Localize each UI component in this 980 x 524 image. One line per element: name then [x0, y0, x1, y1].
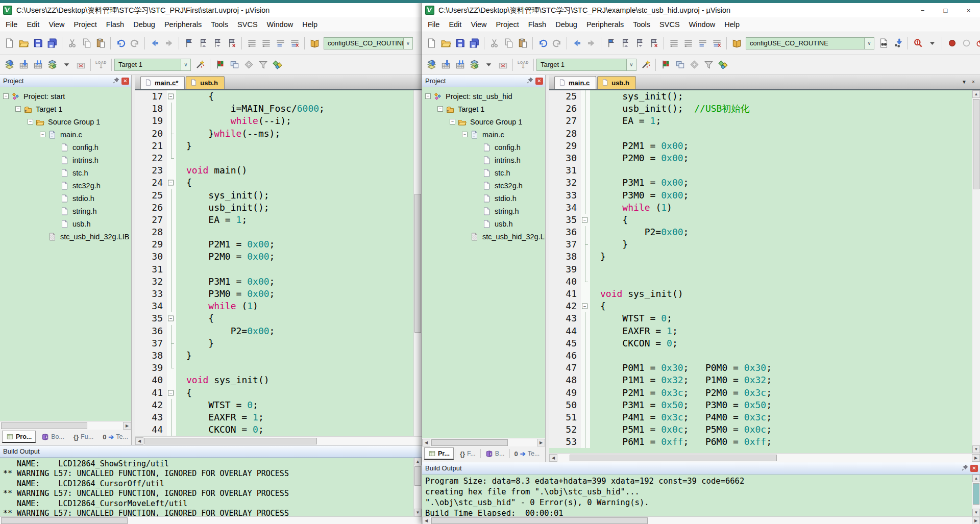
target-options-wand-icon[interactable] [639, 58, 653, 71]
collapse-expander-icon[interactable]: − [3, 93, 9, 99]
redo-icon[interactable] [550, 37, 564, 50]
target-select-combo[interactable]: Target 1 ∨ [536, 59, 636, 71]
panel-tab-te[interactable]: 0➔Te... [99, 431, 132, 443]
navigate-forward-icon[interactable] [162, 37, 176, 50]
batch-build-icon[interactable] [45, 58, 59, 71]
indent-icon[interactable] [667, 37, 681, 50]
fold-collapse-icon[interactable]: − [168, 390, 174, 395]
undo-icon[interactable] [113, 37, 128, 50]
tree-item[interactable]: stc.h [0, 166, 131, 179]
panel-splitter[interactable] [132, 75, 135, 445]
function-filter-icon[interactable] [256, 58, 270, 71]
collapse-expander-icon[interactable]: − [425, 93, 431, 99]
fold-collapse-icon[interactable]: − [582, 217, 587, 222]
copy-icon[interactable] [79, 37, 93, 50]
debug-windows-icon[interactable] [673, 58, 687, 71]
scroll-right-icon[interactable]: ▶ [123, 422, 131, 430]
collapse-expander-icon[interactable]: − [15, 106, 21, 112]
menu-peripherals[interactable]: Peripherals [582, 17, 628, 32]
scroll-down-icon[interactable]: ▼ [414, 509, 422, 516]
menu-view[interactable]: View [466, 17, 491, 32]
find-in-files-icon[interactable] [876, 37, 891, 50]
build-icon[interactable] [438, 58, 453, 71]
collapse-expander-icon[interactable]: − [462, 132, 468, 137]
menu-view[interactable]: View [44, 17, 69, 32]
target-select-combo[interactable]: Target 1 ∨ [114, 59, 191, 71]
load-button[interactable]: LOAD⇓ [516, 58, 531, 72]
tree-item[interactable]: stc.h [422, 166, 545, 179]
close-button[interactable]: × [957, 4, 980, 17]
build-output-log[interactable]: NAME: LCD12864_ShowString/util** WARNING… [0, 458, 413, 516]
close-icon[interactable]: ✕ [535, 78, 543, 85]
menu-file[interactable]: File [1, 17, 22, 32]
menu-tools[interactable]: Tools [206, 17, 233, 32]
cut-icon[interactable] [65, 37, 79, 50]
uncomment-selection-icon[interactable] [709, 37, 724, 50]
project-panel-hscrollbar[interactable]: ◀ ▶ [422, 438, 545, 446]
search-text-combo[interactable]: configUSE_CO_ROUTINE ∨ [324, 37, 413, 49]
pack-installer-icon[interactable] [270, 58, 284, 71]
panel-splitter[interactable] [546, 75, 549, 462]
chevron-down-icon[interactable]: ∨ [403, 38, 412, 49]
scroll-left-icon[interactable]: ◀ [135, 437, 143, 445]
translate-icon[interactable] [424, 58, 438, 71]
scroll-down-icon[interactable]: ▼ [972, 509, 980, 516]
tree-item[interactable]: −main.c [0, 128, 131, 141]
stop-build-icon[interactable] [74, 58, 88, 71]
tree-item[interactable]: −Project: start [0, 90, 131, 103]
comment-selection-icon[interactable] [273, 37, 287, 50]
minimize-button[interactable]: − [911, 4, 934, 17]
bookmark-toggle-icon[interactable] [182, 37, 196, 50]
bookmark-clear-all-icon[interactable] [225, 37, 239, 50]
scroll-right-icon[interactable]: ▶ [537, 439, 545, 446]
save-icon[interactable] [31, 37, 45, 50]
tree-item[interactable]: stdio.h [0, 192, 131, 205]
menu-flash[interactable]: Flash [524, 17, 551, 32]
document-list-dropdown-icon[interactable]: ▼ [960, 79, 969, 85]
fold-collapse-icon[interactable]: − [168, 180, 174, 186]
bookmark-previous-icon[interactable] [196, 37, 210, 50]
panel-tab-te[interactable]: 0➔Te... [511, 447, 544, 460]
save-all-icon[interactable] [45, 37, 59, 50]
tree-item[interactable]: −Source Group 1 [0, 115, 131, 128]
document-tab-mainc[interactable]: main.c [554, 76, 596, 89]
editor-hscrollbar[interactable]: ◀ [135, 436, 422, 445]
panel-tab-pro[interactable]: Pro... [2, 431, 36, 443]
fold-margin[interactable]: − [581, 214, 590, 226]
dropdown-arrow-icon[interactable] [925, 37, 939, 50]
save-icon[interactable] [453, 37, 467, 50]
pack-installer-icon[interactable] [716, 58, 730, 71]
menu-svcs[interactable]: SVCS [233, 17, 262, 32]
collapse-expander-icon[interactable]: − [28, 119, 33, 124]
build-output-hscrollbar[interactable] [0, 516, 422, 524]
new-file-icon[interactable] [424, 37, 438, 50]
dropdown-arrow-icon[interactable] [481, 58, 496, 71]
tree-item[interactable]: stc32g.h [422, 179, 545, 192]
menu-peripherals[interactable]: Peripherals [160, 17, 206, 32]
tree-item[interactable]: usb.h [422, 217, 545, 230]
bookmark-previous-icon[interactable] [618, 37, 632, 50]
scroll-up-icon[interactable]: ▲ [414, 458, 422, 465]
outdent-icon[interactable] [681, 37, 695, 50]
scroll-left-icon[interactable]: ◀ [422, 517, 430, 524]
menu-debug[interactable]: Debug [129, 17, 160, 32]
menu-project[interactable]: Project [492, 17, 524, 32]
fold-margin[interactable]: − [167, 177, 176, 189]
document-tab-mainc[interactable]: main.c* [140, 76, 185, 89]
breakpoint-insert-icon[interactable] [945, 37, 959, 50]
breakpoint-disable-all-icon[interactable] [973, 37, 980, 50]
navigate-back-icon[interactable] [148, 37, 162, 50]
stop-build-icon[interactable] [496, 58, 510, 71]
close-document-icon[interactable]: × [969, 79, 978, 85]
menu-edit[interactable]: Edit [22, 17, 44, 32]
breakpoint-hollow-icon[interactable] [959, 37, 973, 50]
tree-item[interactable]: stc_usb_hid_32g.LIB [0, 230, 131, 243]
tree-item[interactable]: −Source Group 1 [422, 115, 545, 128]
dropdown-arrow-icon[interactable] [59, 58, 74, 71]
indent-icon[interactable] [244, 37, 259, 50]
system-analyzer-icon[interactable] [241, 58, 256, 71]
menu-tools[interactable]: Tools [628, 17, 655, 32]
collapse-expander-icon[interactable]: − [437, 106, 443, 112]
menu-help[interactable]: Help [720, 17, 744, 32]
tree-item[interactable]: usb.h [0, 217, 131, 230]
